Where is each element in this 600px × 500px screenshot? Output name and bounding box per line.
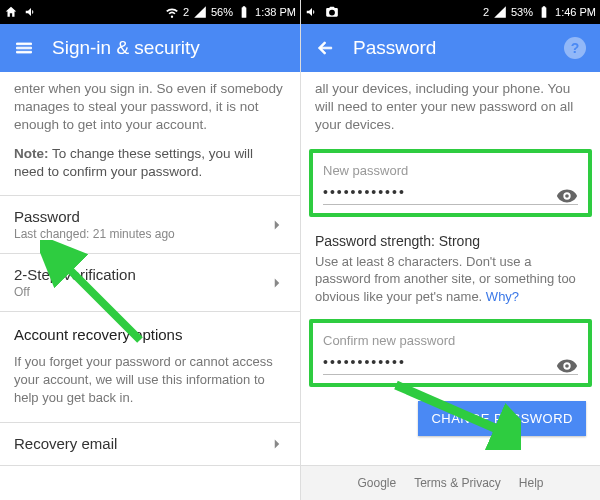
footer-google[interactable]: Google (357, 476, 396, 490)
signal-icon (493, 5, 507, 19)
footer-help[interactable]: Help (519, 476, 544, 490)
battery-icon (537, 5, 551, 19)
battery-pct: 53% (511, 6, 533, 18)
item-subtitle: Last changed: 21 minutes ago (14, 227, 175, 241)
recovery-text: If you forget your password or cannot ac… (0, 353, 300, 408)
menu-icon[interactable] (14, 38, 34, 58)
password-hint: Use at least 8 characters. Don't use a p… (301, 251, 600, 316)
screen-password: 2 53% 1:46 PM Password ? all your device… (300, 0, 600, 500)
intro-text: all your devices, including your phone. … (301, 72, 600, 145)
status-bar: 2 53% 1:46 PM (301, 0, 600, 24)
status-bar: 2 56% 1:38 PM (0, 0, 300, 24)
visibility-icon[interactable] (556, 185, 578, 207)
back-icon[interactable] (315, 38, 335, 58)
home-icon (4, 5, 18, 19)
appbar-title: Password (353, 37, 436, 59)
appbar-title: Sign-in & security (52, 37, 200, 59)
item-subtitle: Off (14, 285, 136, 299)
list-item-password[interactable]: Password Last changed: 21 minutes ago (0, 195, 300, 253)
list-item-2sv[interactable]: 2-Step Verification Off (0, 253, 300, 311)
chevron-right-icon (268, 435, 286, 453)
camera-icon (325, 5, 339, 19)
strength-value: Strong (439, 233, 480, 249)
battery-icon (237, 5, 251, 19)
signal-icon (193, 5, 207, 19)
strength-label: Password strength: (315, 233, 435, 249)
item-title: Recovery email (14, 435, 117, 452)
recovery-header: Account recovery options (0, 311, 300, 353)
hint-text: Use at least 8 characters. Don't use a p… (315, 254, 576, 304)
new-password-field: New password (309, 149, 592, 217)
change-password-button[interactable]: CHANGE PASSWORD (418, 401, 586, 436)
new-password-label: New password (323, 163, 578, 178)
confirm-password-label: Confirm new password (323, 333, 578, 348)
confirm-password-field: Confirm new password (309, 319, 592, 387)
confirm-password-input[interactable] (323, 352, 578, 375)
why-link[interactable]: Why? (486, 289, 519, 304)
help-icon[interactable]: ? (564, 37, 586, 59)
footer-terms[interactable]: Terms & Privacy (414, 476, 501, 490)
volume-icon (305, 5, 319, 19)
new-password-input[interactable] (323, 182, 578, 205)
wifi-icon (165, 5, 179, 19)
battery-pct: 56% (211, 6, 233, 18)
chevron-right-icon (268, 216, 286, 234)
app-bar: Password ? (301, 24, 600, 72)
visibility-icon[interactable] (556, 355, 578, 377)
note-text: To change these settings, you will need … (14, 146, 253, 179)
volume-icon (24, 5, 38, 19)
clock: 1:38 PM (255, 6, 296, 18)
screen-signin-security: 2 56% 1:38 PM Sign-in & security enter w… (0, 0, 300, 500)
content-area: enter when you sign in. So even if someb… (0, 72, 300, 500)
button-row: CHANGE PASSWORD (301, 391, 600, 446)
list-item-recovery-email[interactable]: Recovery email (0, 422, 300, 466)
note-label: Note: (14, 146, 49, 161)
item-title: Password (14, 208, 175, 225)
settings-list: Password Last changed: 21 minutes ago 2-… (0, 195, 300, 466)
body-paragraph: enter when you sign in. So even if someb… (14, 80, 286, 135)
clock: 1:46 PM (555, 6, 596, 18)
note-line: Note: To change these settings, you will… (14, 145, 286, 181)
sim-indicator: 2 (483, 6, 489, 18)
sim-indicator: 2 (183, 6, 189, 18)
password-strength: Password strength: Strong (301, 221, 600, 251)
footer-links: Google Terms & Privacy Help (301, 465, 600, 500)
chevron-right-icon (268, 274, 286, 292)
app-bar: Sign-in & security (0, 24, 300, 72)
item-title: 2-Step Verification (14, 266, 136, 283)
